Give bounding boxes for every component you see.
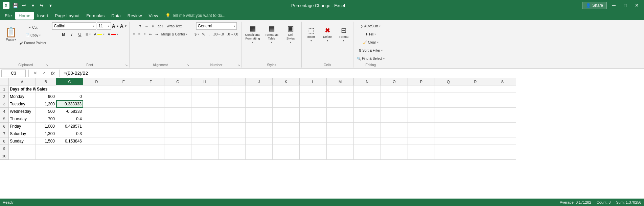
cell-j9[interactable] [246,145,273,152]
cell-f2[interactable] [137,93,164,100]
cell-e8[interactable] [110,137,137,145]
decrease-decimal-button[interactable]: .00→.0 [212,30,225,38]
col-header-h[interactable]: H [191,78,218,85]
cell-j6[interactable] [246,123,273,130]
cell-i3[interactable] [218,100,246,108]
cell-p5[interactable] [408,115,435,123]
cell-f1[interactable] [137,85,164,93]
cell-h4[interactable] [191,108,218,115]
merge-center-button[interactable]: Merge & Center ▾ [160,30,189,38]
font-color-button[interactable]: A ▾ [107,30,120,38]
cell-m9[interactable] [327,145,354,152]
cell-n9[interactable] [354,145,381,152]
cell-b4[interactable]: 500 [36,108,56,115]
col-header-c[interactable]: C [56,78,83,85]
currency-button[interactable]: $ ▾ [193,30,200,38]
cell-b3[interactable]: 1,200 [36,100,56,108]
cell-b1[interactable]: Sales [36,85,56,93]
cell-o10[interactable] [381,152,408,160]
cell-m7[interactable] [327,130,354,137]
cell-c5[interactable]: 0.4 [56,115,83,123]
cell-g5[interactable] [164,115,191,123]
align-top-button[interactable]: ⬆ [137,22,143,30]
cell-a5[interactable]: Thursday [9,115,36,123]
cell-g7[interactable] [164,130,191,137]
cell-h3[interactable] [191,100,218,108]
cell-f4[interactable] [137,108,164,115]
cell-e9[interactable] [110,145,137,152]
cell-f9[interactable] [137,145,164,152]
cell-m3[interactable] [327,100,354,108]
cell-e4[interactable] [110,108,137,115]
col-header-l[interactable]: L [300,78,327,85]
cell-i7[interactable] [218,130,246,137]
col-header-a[interactable]: A [9,78,36,85]
redo-button[interactable]: ↪ [38,2,45,9]
col-header-f[interactable]: F [137,78,164,85]
cell-q6[interactable] [435,123,462,130]
cell-q2[interactable] [435,93,462,100]
cell-d7[interactable] [83,130,110,137]
font-expand[interactable]: ↘ [125,63,128,67]
cell-l8[interactable] [300,137,327,145]
menu-data[interactable]: Data [108,12,124,20]
cell-c6[interactable]: 0.428571 [56,123,83,130]
text-direction-button[interactable]: ab↕ [156,22,164,30]
cell-b5[interactable]: 700 [36,115,56,123]
cell-c9[interactable] [56,145,83,152]
cell-r7[interactable] [462,130,489,137]
cell-p6[interactable] [408,123,435,130]
cell-k9[interactable] [273,145,300,152]
col-header-q[interactable]: Q [435,78,462,85]
align-center-button[interactable]: ≡ [137,30,142,38]
cell-e5[interactable] [110,115,137,123]
menu-formulas[interactable]: Formulas [83,12,108,20]
cell-k4[interactable] [273,108,300,115]
cell-h7[interactable] [191,130,218,137]
cell-d3[interactable] [83,100,110,108]
cell-e1[interactable] [110,85,137,93]
wrap-text-button[interactable]: Wrap Text [165,22,183,30]
cell-m10[interactable] [327,152,354,160]
cancel-formula-button[interactable]: ✕ [31,70,39,77]
cell-q1[interactable] [435,85,462,93]
cell-k2[interactable] [273,93,300,100]
cell-f7[interactable] [137,130,164,137]
align-bottom-button[interactable]: ⬇ [150,22,156,30]
cell-p1[interactable] [408,85,435,93]
sort-filter-button[interactable]: ⇅ Sort & Filter ▾ [357,47,384,54]
cell-i10[interactable] [218,152,246,160]
customize-quick-access[interactable]: ▾ [47,2,54,9]
cell-s2[interactable] [489,93,516,100]
cell-j4[interactable] [246,108,273,115]
row-header-4[interactable]: 4 [0,108,9,115]
cell-n6[interactable] [354,123,381,130]
formula-input[interactable] [62,71,643,76]
cell-h5[interactable] [191,115,218,123]
col-header-b[interactable]: B [36,78,56,85]
cell-a2[interactable]: Monday [9,93,36,100]
cell-l6[interactable] [300,123,327,130]
row-header-1[interactable]: 1 [0,85,9,93]
cell-p8[interactable] [408,137,435,145]
col-header-r[interactable]: R [462,78,489,85]
cell-a4[interactable]: Wednesday [9,108,36,115]
cell-d4[interactable] [83,108,110,115]
cell-d5[interactable] [83,115,110,123]
menu-view[interactable]: View [145,12,161,20]
cell-l10[interactable] [300,152,327,160]
cell-f3[interactable] [137,100,164,108]
cell-g4[interactable] [164,108,191,115]
cell-g1[interactable] [164,85,191,93]
cell-s3[interactable] [489,100,516,108]
cell-i2[interactable] [218,93,246,100]
cell-o1[interactable] [381,85,408,93]
cell-p3[interactable] [408,100,435,108]
cell-h1[interactable] [191,85,218,93]
cell-n1[interactable] [354,85,381,93]
menu-page-layout[interactable]: Page Layout [51,12,83,20]
cell-a8[interactable]: Sunday [9,137,36,145]
row-header-6[interactable]: 6 [0,123,9,130]
cell-q7[interactable] [435,130,462,137]
cell-k6[interactable] [273,123,300,130]
